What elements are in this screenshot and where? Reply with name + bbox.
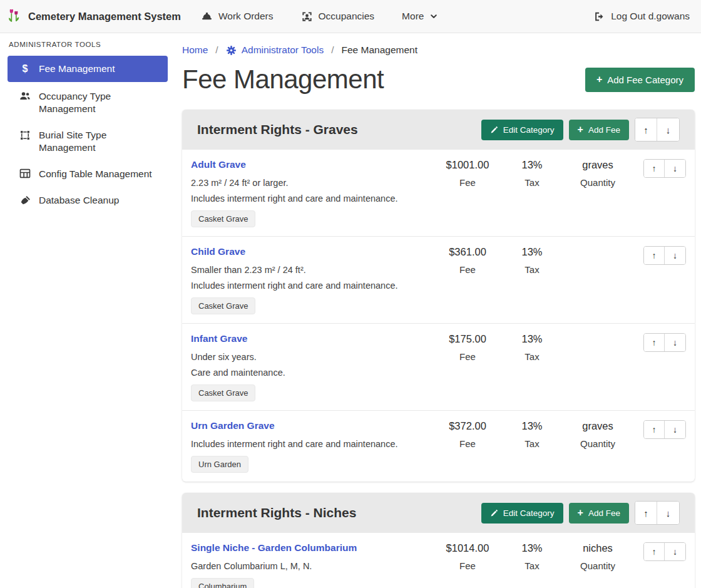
sidebar-item-fee-management[interactable]: $ Fee Management <box>8 56 168 82</box>
app-title: Cemetery Management System <box>28 11 181 23</box>
tulip-logo-icon <box>8 8 23 26</box>
fee-label: Fee <box>434 177 501 188</box>
tax-amount: 13% <box>501 246 563 259</box>
quantity-unit: niches <box>563 542 632 555</box>
category-reorder-group: ↑ ↓ <box>635 118 680 142</box>
move-fee-up-button[interactable]: ↑ <box>644 421 665 438</box>
sidebar-item-occupancy-type[interactable]: Occupancy Type Management <box>8 85 168 121</box>
pencil-icon <box>490 126 498 134</box>
fee-name-link[interactable]: Infant Grave <box>191 333 247 344</box>
sidebar-item-label: Burial Site Type Management <box>39 129 163 154</box>
move-fee-up-button[interactable]: ↑ <box>644 334 665 351</box>
occupant-frame-icon <box>301 11 313 23</box>
add-fee-label: Add Fee <box>588 508 620 518</box>
breadcrumb-admin-link[interactable]: Administrator Tools <box>226 44 324 56</box>
app-brand: Cemetery Management System <box>8 8 181 26</box>
sidebar-item-config-table[interactable]: Config Table Management <box>8 162 168 186</box>
move-fee-up-button[interactable]: ↑ <box>644 160 665 177</box>
plus-icon: + <box>578 126 583 133</box>
fee-reorder-group: ↑ ↓ <box>643 159 686 178</box>
quantity-unit <box>563 333 632 346</box>
fee-name-link[interactable]: Urn Garden Grave <box>191 420 275 431</box>
tax-label: Tax <box>501 264 563 275</box>
logout-label: Log Out d.gowans <box>611 11 690 22</box>
admin-sidebar: ADMINISTRATOR TOOLS $ Fee Management Occ… <box>0 33 175 588</box>
add-fee-button[interactable]: + Add Fee <box>569 503 629 524</box>
tax-amount: 13% <box>501 159 563 172</box>
category-title: Interment Rights - Graves <box>197 122 358 137</box>
move-fee-down-button[interactable]: ↓ <box>665 247 685 264</box>
category-panel-niches: Interment Rights - Niches Edit Category … <box>182 493 695 588</box>
fee-description: Garden Columbarium L, M, N. <box>191 559 434 574</box>
move-category-down-button[interactable]: ↓ <box>657 118 679 141</box>
nav-occupancies[interactable]: Occupancies <box>301 11 375 23</box>
move-category-up-button[interactable]: ↑ <box>635 502 657 524</box>
breadcrumb-current: Fee Management <box>342 44 418 56</box>
fee-row-child-grave: Child Grave Smaller than 2.23 m² / 24 ft… <box>182 237 695 324</box>
fee-description: Includes interment right and care and ma… <box>191 192 434 206</box>
dollar-icon: $ <box>19 63 31 75</box>
fee-amount: $361.00 <box>434 246 501 259</box>
move-fee-down-button[interactable]: ↓ <box>665 543 685 560</box>
breadcrumb-separator: / <box>215 44 218 56</box>
nav-occupancies-label: Occupancies <box>319 11 375 22</box>
add-fee-category-label: Add Fee Category <box>607 75 683 85</box>
category-panel-graves: Interment Rights - Graves Edit Category … <box>182 110 695 482</box>
nav-more[interactable]: More <box>402 11 438 22</box>
breadcrumb-home-link[interactable]: Home <box>182 44 208 56</box>
add-fee-label: Add Fee <box>588 125 620 135</box>
sidebar-item-database-cleanup[interactable]: Database Cleanup <box>8 188 168 212</box>
tax-label: Tax <box>501 351 563 362</box>
quantity-label: Quantity <box>563 438 632 449</box>
pencil-icon <box>490 509 498 517</box>
breadcrumb-admin-label: Administrator Tools <box>242 44 324 56</box>
fee-reorder-group: ↑ ↓ <box>643 333 686 352</box>
sidebar-item-label: Fee Management <box>39 63 115 75</box>
move-category-up-button[interactable]: ↑ <box>635 118 657 141</box>
fee-reorder-group: ↑ ↓ <box>643 420 686 439</box>
breadcrumb-separator: / <box>331 44 334 56</box>
move-fee-up-button[interactable]: ↑ <box>644 247 665 264</box>
fee-row-adult-grave: Adult Grave 2.23 m² / 24 ft² or larger. … <box>182 150 695 237</box>
users-icon <box>19 91 31 102</box>
move-fee-down-button[interactable]: ↓ <box>665 334 685 351</box>
hard-hat-icon <box>201 11 213 23</box>
fee-description: Under six years. <box>191 350 434 364</box>
add-fee-category-button[interactable]: + Add Fee Category <box>585 68 695 92</box>
tax-label: Tax <box>501 177 563 188</box>
fee-name-link[interactable]: Adult Grave <box>191 159 246 170</box>
fee-label: Fee <box>434 264 501 275</box>
nav-work-orders[interactable]: Work Orders <box>201 11 274 23</box>
quantity-unit <box>563 246 632 259</box>
fee-name-link[interactable]: Child Grave <box>191 246 245 257</box>
quantity-label: Quantity <box>563 560 632 571</box>
sidebar-item-burial-site-type[interactable]: Burial Site Type Management <box>8 123 168 160</box>
fee-reorder-group: ↑ ↓ <box>643 542 686 561</box>
plus-icon: + <box>578 509 583 517</box>
fee-type-badge: Casket Grave <box>191 384 255 401</box>
sign-out-icon <box>593 11 605 23</box>
fee-label: Fee <box>434 560 501 571</box>
fee-type-badge: Columbarium <box>191 578 254 588</box>
move-fee-up-button[interactable]: ↑ <box>644 543 665 560</box>
fee-row-urn-garden-grave: Urn Garden Grave Includes interment righ… <box>182 411 695 482</box>
category-header: Interment Rights - Niches Edit Category … <box>182 493 695 533</box>
logout-button[interactable]: Log Out d.gowans <box>593 11 690 23</box>
sidebar-heading: ADMINISTRATOR TOOLS <box>8 39 168 56</box>
edit-category-label: Edit Category <box>503 508 555 518</box>
edit-category-button[interactable]: Edit Category <box>481 120 563 140</box>
fee-description: 2.23 m² / 24 ft² or larger. <box>191 176 434 190</box>
edit-category-button[interactable]: Edit Category <box>481 503 563 524</box>
object-group-icon <box>19 130 31 141</box>
nav-work-orders-label: Work Orders <box>218 11 274 22</box>
move-fee-down-button[interactable]: ↓ <box>665 421 685 438</box>
add-fee-button[interactable]: + Add Fee <box>569 120 629 140</box>
move-fee-down-button[interactable]: ↓ <box>665 160 685 177</box>
tax-amount: 13% <box>501 420 563 433</box>
tax-amount: 13% <box>501 333 563 346</box>
fee-amount: $1001.00 <box>434 159 501 172</box>
fee-name-link[interactable]: Single Niche - Garden Columbarium <box>191 542 357 554</box>
sidebar-item-label: Config Table Management <box>39 168 152 180</box>
move-category-down-button[interactable]: ↓ <box>657 502 679 524</box>
fee-label: Fee <box>434 438 501 449</box>
